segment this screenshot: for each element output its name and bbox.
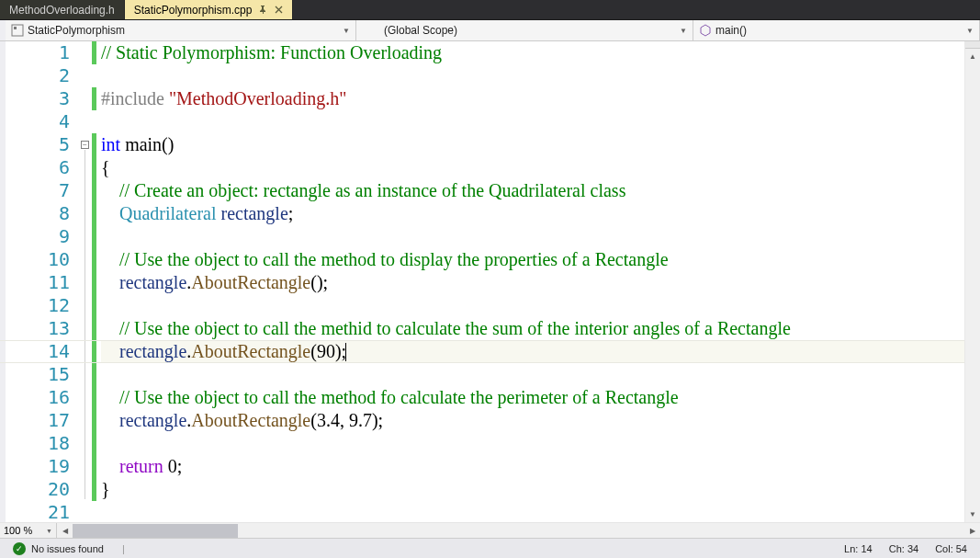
- char-status: 34: [907, 543, 918, 554]
- code-editor[interactable]: // Static Polymorphism: Function Overloa…: [97, 41, 964, 522]
- code-text: }: [101, 479, 110, 499]
- svg-rect-0: [12, 25, 23, 36]
- tab-method-overloading[interactable]: MethodOverloading.h: [0, 0, 125, 19]
- chevron-down-icon: ▼: [343, 27, 350, 35]
- zoom-value: 100 %: [4, 525, 32, 536]
- separator: |: [122, 543, 125, 554]
- tab-static-polymorphism[interactable]: StaticPolymorphism.cpp: [125, 0, 294, 19]
- code-text: main(): [120, 134, 174, 154]
- scope-name: (Global Scope): [362, 24, 680, 37]
- line-number: 12: [6, 294, 70, 317]
- scroll-left-icon[interactable]: ◀: [57, 523, 73, 539]
- scroll-right-icon[interactable]: ▶: [964, 523, 980, 539]
- line-number-column: 1 2 3 4 5 6 7 8 9 10 11 12 13 14 15 16 1…: [6, 41, 81, 522]
- change-mark: [92, 87, 96, 110]
- line-number: 2: [6, 64, 70, 87]
- member-name: main(): [715, 24, 966, 37]
- line-number: 15: [6, 363, 70, 386]
- outline-guide: [84, 150, 85, 499]
- chevron-down-icon: ▼: [680, 27, 687, 35]
- horizontal-scrollbar[interactable]: ◀ ▶: [57, 523, 980, 538]
- scroll-thumb[interactable]: [73, 524, 238, 538]
- line-number: 10: [6, 248, 70, 271]
- line-number: 3: [6, 87, 70, 110]
- pin-icon[interactable]: [259, 6, 267, 14]
- code-text: #include: [101, 88, 169, 108]
- chevron-down-icon: ▼: [966, 27, 974, 35]
- code-text: // Static Polymorphism: Function Overloa…: [101, 42, 442, 63]
- line-number: 6: [6, 156, 70, 179]
- tab-label: StaticPolymorphism.cpp: [134, 4, 253, 17]
- line-number: 18: [6, 432, 70, 455]
- status-ok-icon: ✓: [13, 542, 26, 555]
- change-mark: [92, 133, 96, 501]
- scroll-track[interactable]: [965, 64, 980, 507]
- split-handle[interactable]: [965, 41, 980, 49]
- project-icon: [11, 24, 24, 37]
- tab-label: MethodOverloading.h: [9, 4, 115, 17]
- line-number: 16: [6, 386, 70, 409]
- current-line: rectangle.AboutRectangle(90);: [101, 340, 964, 363]
- vertical-scrollbar[interactable]: ▲ ▼: [964, 41, 980, 522]
- zoom-dropdown[interactable]: 100 % ▼: [0, 523, 57, 538]
- change-mark: [92, 41, 96, 64]
- code-text: rectangle: [217, 203, 288, 223]
- line-number: 1: [6, 41, 70, 64]
- code-text: int: [101, 134, 120, 154]
- line-number: 17: [6, 409, 70, 432]
- text-cursor: [345, 343, 346, 361]
- member-dropdown[interactable]: main() ▼: [693, 20, 980, 40]
- code-text: "MethodOverloading.h": [169, 88, 347, 108]
- code-text: Quadrilateral: [119, 203, 217, 223]
- line-number: 4: [6, 110, 70, 133]
- line-number: 11: [6, 271, 70, 294]
- line-number: 21: [6, 501, 70, 522]
- col-status: 54: [956, 543, 967, 554]
- chevron-down-icon: ▼: [46, 528, 52, 534]
- line-number: 9: [6, 225, 70, 248]
- status-bar: ✓ No issues found | Ln: 14 Ch: 34 Col: 5…: [0, 538, 980, 558]
- outline-column[interactable]: −: [81, 41, 92, 522]
- navigation-bar: StaticPolymorphism ▼ (Global Scope) ▼ ma…: [0, 20, 980, 41]
- cursor-position: Ln: 14 Ch: 34 Col: 54: [844, 543, 976, 554]
- method-icon: [699, 24, 712, 37]
- line-number: 7: [6, 179, 70, 202]
- scroll-down-icon[interactable]: ▼: [965, 507, 980, 522]
- scope-dropdown[interactable]: (Global Scope) ▼: [356, 20, 693, 40]
- svg-rect-1: [14, 27, 17, 29]
- code-text: // Use the object to call the method fo …: [119, 387, 679, 407]
- line-number: 19: [6, 455, 70, 478]
- close-icon[interactable]: [275, 6, 283, 14]
- status-issues: No issues found: [31, 543, 104, 554]
- line-number: 13: [6, 317, 70, 340]
- code-text: // Use the object to call the method to …: [119, 249, 669, 269]
- editor-area: 1 2 3 4 5 6 7 8 9 10 11 12 13 14 15 16 1…: [0, 41, 980, 522]
- horizontal-scroll-row: 100 % ▼ ◀ ▶: [0, 522, 980, 538]
- line-number: 20: [6, 478, 70, 501]
- tab-bar: MethodOverloading.h StaticPolymorphism.c…: [0, 0, 980, 20]
- code-text: // Use the object to call the methid to …: [119, 318, 791, 338]
- collapse-toggle[interactable]: −: [81, 141, 89, 149]
- code-text: // Create an object: rectangle as an ins…: [119, 180, 625, 200]
- gutter: 1 2 3 4 5 6 7 8 9 10 11 12 13 14 15 16 1…: [6, 41, 97, 522]
- line-number: 5: [6, 133, 70, 156]
- scroll-up-icon[interactable]: ▲: [965, 49, 980, 64]
- line-number: 14: [6, 340, 70, 363]
- line-number-status: 14: [861, 543, 872, 554]
- line-number: 8: [6, 202, 70, 225]
- code-text: {: [101, 157, 110, 177]
- project-name: StaticPolymorphism: [28, 24, 343, 37]
- project-dropdown[interactable]: StaticPolymorphism ▼: [6, 20, 356, 40]
